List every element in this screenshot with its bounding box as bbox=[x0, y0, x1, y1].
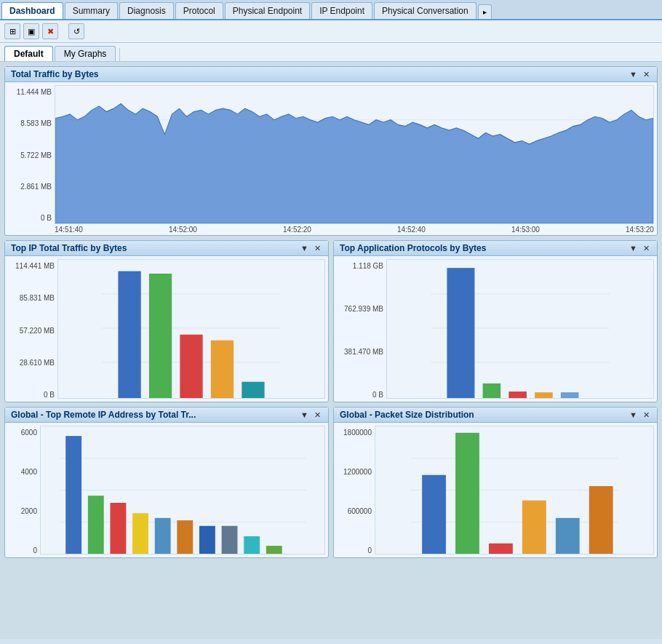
tab-bar: Dashboard Summary Diagnosis Protocol Phy… bbox=[0, 0, 662, 20]
global-remote-y2: 2000 bbox=[8, 507, 37, 515]
toolbar-btn-2[interactable]: ▣ bbox=[23, 23, 39, 39]
toolbar-btn-3[interactable]: ✖ bbox=[42, 23, 58, 39]
panel-packet-size-header: Global - Packet Size Distribution ▼ ✕ bbox=[334, 408, 657, 423]
panel-global-remote-close[interactable]: ✕ bbox=[313, 410, 322, 420]
panel-total-traffic: Total Traffic by Bytes ▼ ✕ 11.444 MB 8.5… bbox=[4, 66, 658, 236]
svg-rect-25 bbox=[132, 513, 148, 554]
svg-rect-28 bbox=[199, 526, 215, 554]
svg-rect-15 bbox=[483, 383, 501, 398]
tab-diagnosis[interactable]: Diagnosis bbox=[119, 2, 174, 19]
y-label-0: 11.444 MB bbox=[8, 88, 52, 96]
panel-total-traffic-body: 11.444 MB 8.583 MB 5.722 MB 2.861 MB 0 B bbox=[5, 82, 657, 235]
main-content: Total Traffic by Bytes ▼ ✕ 11.444 MB 8.5… bbox=[0, 62, 662, 639]
panel-packet-size-body: 1800000 1200000 600000 0 bbox=[334, 423, 657, 557]
top-app-y-axis: 1.118 GB 762.939 MB 381.470 MB 0 B bbox=[334, 256, 386, 402]
svg-rect-30 bbox=[244, 536, 260, 554]
panel-top-app-dropdown[interactable]: ▼ bbox=[628, 244, 639, 253]
packet-size-y0: 1800000 bbox=[337, 429, 372, 437]
y-label-4: 0 B bbox=[8, 214, 52, 222]
panel-total-traffic-close[interactable]: ✕ bbox=[642, 70, 651, 79]
panel-global-remote-controls: ▼ ✕ bbox=[299, 410, 322, 420]
tab-physical-conversation[interactable]: Physical Conversation bbox=[374, 2, 476, 19]
svg-rect-29 bbox=[222, 526, 238, 554]
tab-protocol[interactable]: Protocol bbox=[175, 2, 223, 19]
panel-top-app: Top Application Protocols by Bytes ▼ ✕ 1… bbox=[333, 240, 658, 402]
y-label-2: 5.722 MB bbox=[8, 151, 52, 159]
panel-packet-size-dropdown[interactable]: ▼ bbox=[628, 410, 639, 419]
global-remote-svg bbox=[41, 426, 324, 554]
svg-rect-23 bbox=[88, 496, 104, 554]
panel-total-traffic-dropdown[interactable]: ▼ bbox=[628, 70, 639, 79]
svg-rect-31 bbox=[266, 546, 282, 554]
svg-rect-37 bbox=[489, 544, 513, 554]
x-label-1: 14:52:00 bbox=[169, 226, 197, 234]
tab-physical-endpoint[interactable]: Physical Endpoint bbox=[225, 2, 310, 19]
x-label-4: 14:53:00 bbox=[511, 226, 540, 234]
top-ip-svg bbox=[58, 260, 324, 398]
toolbar-btn-1[interactable]: ⊞ bbox=[4, 23, 20, 39]
panel-top-app-close[interactable]: ✕ bbox=[642, 244, 651, 253]
svg-rect-10 bbox=[242, 382, 264, 398]
global-remote-y3: 0 bbox=[8, 546, 37, 554]
tab-summary[interactable]: Summary bbox=[65, 2, 118, 19]
global-remote-bars bbox=[40, 426, 325, 554]
panel-global-remote-title: Global - Top Remote IP Address by Total … bbox=[11, 410, 196, 420]
svg-rect-14 bbox=[447, 268, 474, 398]
panel-top-ip-controls: ▼ ✕ bbox=[299, 244, 322, 253]
top-app-svg bbox=[387, 260, 653, 398]
x-label-0: 14:51:40 bbox=[55, 226, 83, 234]
top-ip-y3: 28.610 MB bbox=[8, 359, 55, 367]
svg-rect-17 bbox=[535, 392, 553, 398]
svg-rect-9 bbox=[211, 341, 234, 398]
svg-rect-16 bbox=[509, 391, 527, 398]
panel-global-remote-dropdown[interactable]: ▼ bbox=[299, 410, 310, 419]
panel-packet-size-controls: ▼ ✕ bbox=[628, 410, 651, 420]
svg-rect-7 bbox=[149, 274, 172, 398]
tab-ip-endpoint[interactable]: IP Endpoint bbox=[311, 2, 372, 19]
top-app-y3: 0 B bbox=[337, 391, 383, 399]
panel-total-traffic-header: Total Traffic by Bytes ▼ ✕ bbox=[5, 67, 657, 82]
global-remote-y0: 6000 bbox=[8, 429, 37, 437]
svg-rect-26 bbox=[155, 518, 171, 554]
sub-tab-my-graphs[interactable]: My Graphs bbox=[55, 46, 116, 61]
tab-scroll-button[interactable]: ▸ bbox=[478, 4, 492, 19]
svg-rect-24 bbox=[110, 503, 126, 554]
panel-total-traffic-title: Total Traffic by Bytes bbox=[11, 69, 98, 79]
global-remote-y1: 4000 bbox=[8, 468, 37, 476]
packet-size-chart-area bbox=[375, 423, 657, 557]
panel-top-app-controls: ▼ ✕ bbox=[628, 244, 651, 253]
packet-size-y1: 1200000 bbox=[337, 468, 372, 476]
panel-top-app-body: 1.118 GB 762.939 MB 381.470 MB 0 B bbox=[334, 256, 657, 402]
panel-top-ip: Top IP Total Traffic by Bytes ▼ ✕ 114.44… bbox=[4, 240, 329, 402]
svg-rect-27 bbox=[177, 520, 193, 554]
delete-icon: ✖ bbox=[47, 27, 54, 36]
svg-rect-8 bbox=[180, 335, 202, 398]
top-app-y2: 381.470 MB bbox=[337, 348, 383, 356]
panel-global-remote-header: Global - Top Remote IP Address by Total … bbox=[5, 408, 328, 423]
top-ip-bars bbox=[57, 259, 325, 399]
top-ip-chart-area bbox=[57, 256, 328, 402]
panel-top-ip-close[interactable]: ✕ bbox=[313, 244, 322, 253]
x-label-3: 14:52:40 bbox=[397, 226, 426, 234]
sub-tab-default[interactable]: Default bbox=[4, 46, 53, 61]
total-traffic-svg bbox=[55, 86, 653, 223]
global-remote-chart-area bbox=[40, 423, 328, 557]
total-traffic-x-axis: 14:51:40 14:52:00 14:52:20 14:52:40 14:5… bbox=[55, 224, 657, 235]
top-app-bars bbox=[386, 259, 654, 399]
toolbar-btn-refresh[interactable]: ↺ bbox=[68, 23, 84, 39]
panel-top-ip-title: Top IP Total Traffic by Bytes bbox=[11, 243, 127, 253]
charts-row-middle: Top IP Total Traffic by Bytes ▼ ✕ 114.44… bbox=[4, 240, 658, 402]
packet-size-y3: 0 bbox=[337, 546, 372, 554]
tab-dashboard[interactable]: Dashboard bbox=[1, 2, 63, 19]
sub-tab-bar: Default My Graphs bbox=[0, 43, 662, 62]
svg-rect-6 bbox=[118, 271, 140, 398]
panel-packet-size-title: Global - Packet Size Distribution bbox=[340, 410, 474, 420]
total-traffic-svg-area bbox=[55, 85, 654, 224]
y-label-3: 2.861 MB bbox=[8, 183, 52, 191]
total-traffic-chart-area: 14:51:40 14:52:00 14:52:20 14:52:40 14:5… bbox=[55, 82, 657, 235]
panel-packet-size-close[interactable]: ✕ bbox=[642, 410, 651, 420]
panel-top-app-header: Top Application Protocols by Bytes ▼ ✕ bbox=[334, 241, 657, 256]
total-traffic-y-axis: 11.444 MB 8.583 MB 5.722 MB 2.861 MB 0 B bbox=[5, 82, 55, 235]
panel-top-ip-dropdown[interactable]: ▼ bbox=[299, 244, 310, 253]
x-label-5: 14:53:20 bbox=[626, 226, 654, 234]
